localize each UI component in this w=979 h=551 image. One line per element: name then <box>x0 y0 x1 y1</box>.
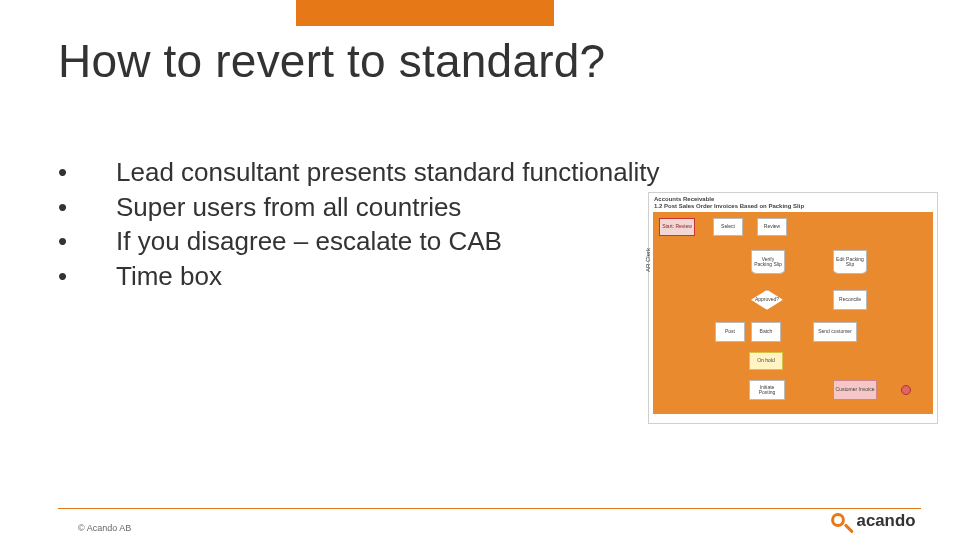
footer-rule <box>58 508 921 509</box>
flowchart-body: AR Clerk Start: Review Select Review Ver… <box>653 212 933 414</box>
bullet-item: • Lead consultant presents standard func… <box>58 156 659 189</box>
flow-node: Initiate Posting <box>749 380 785 400</box>
flow-node-end <box>901 385 911 395</box>
bullet-text: Lead consultant presents standard functi… <box>116 156 659 189</box>
flowchart-thumbnail: Accounts Receivable 1.2 Post Sales Order… <box>648 192 938 424</box>
bullet-text: If you disagree – escalate to CAB <box>116 225 502 258</box>
bullet-text: Time box <box>116 260 222 293</box>
slide: How to revert to standard? • Lead consul… <box>0 0 979 551</box>
bullet-item: • If you disagree – escalate to CAB <box>58 225 659 258</box>
accent-bar <box>296 0 554 26</box>
flow-node: Reconcile <box>833 290 867 310</box>
flow-node-output: Customer Invoice <box>833 380 877 400</box>
flow-node: Send customer <box>813 322 857 342</box>
acando-logo: acando <box>829 505 949 535</box>
bullet-marker: • <box>58 260 116 293</box>
flowchart-header-line1: Accounts Receivable <box>654 196 932 203</box>
flow-node-document: Edit Packing Slip <box>833 250 867 274</box>
flow-node: Post <box>715 322 745 342</box>
flow-node-document: Verify Packing Slip <box>751 250 785 274</box>
flow-node: Select <box>713 218 743 236</box>
swimlane-label: AR Clerk <box>645 248 651 272</box>
flow-node-warning: On hold <box>749 352 783 370</box>
flow-node: Batch <box>751 322 781 342</box>
flowchart-header: Accounts Receivable 1.2 Post Sales Order… <box>649 193 937 212</box>
bullet-text: Super users from all countries <box>116 191 461 224</box>
svg-line-1 <box>846 525 852 531</box>
logo-text: acando <box>857 511 916 530</box>
bullet-list: • Lead consultant presents standard func… <box>58 156 659 294</box>
svg-point-0 <box>833 515 844 526</box>
flowchart-header-line2: 1.2 Post Sales Order Invoices Based on P… <box>654 203 932 210</box>
flow-node-decision: Approved? <box>751 290 783 310</box>
copyright-text: © Acando AB <box>78 523 131 533</box>
bullet-item: • Super users from all countries <box>58 191 659 224</box>
bullet-marker: • <box>58 191 116 224</box>
bullet-marker: • <box>58 156 116 189</box>
slide-title: How to revert to standard? <box>58 34 605 88</box>
bullet-item: • Time box <box>58 260 659 293</box>
bullet-marker: • <box>58 225 116 258</box>
flow-node: Review <box>757 218 787 236</box>
flow-node-start: Start: Review <box>659 218 695 236</box>
